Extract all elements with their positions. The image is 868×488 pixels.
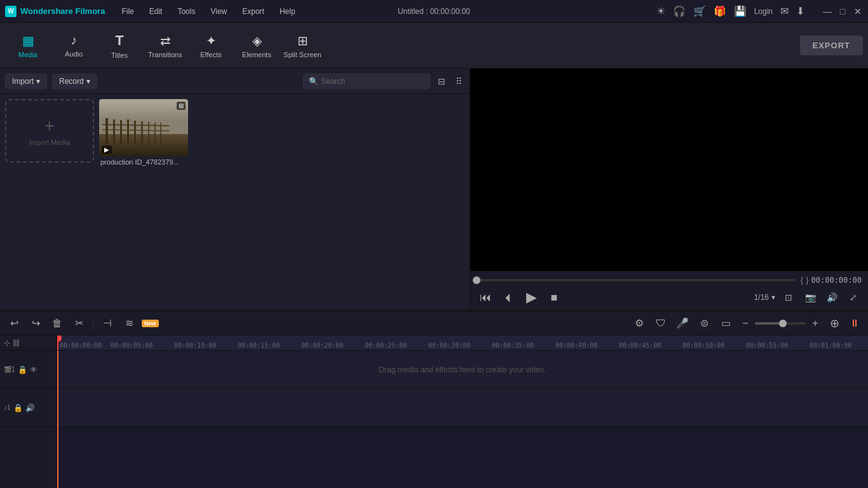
redo-button[interactable]: ↪ (27, 315, 44, 332)
audio-track (57, 389, 868, 427)
window-controls: — □ ✕ (822, 6, 863, 17)
video-track-label: 🎬1 🔒 👁 (0, 351, 57, 389)
toolbar-transitions[interactable]: ⇄ Transitions (142, 25, 188, 66)
ruler-playhead-head (57, 336, 62, 342)
fullscreen-preview-button[interactable]: ⊡ (780, 289, 797, 306)
menu-tools[interactable]: Tools (171, 4, 201, 18)
svg-rect-0 (99, 99, 188, 134)
zoom-out-button[interactable]: − (738, 316, 752, 330)
mail-icon[interactable]: ✉ (780, 5, 789, 17)
export-button[interactable]: EXPORT (800, 36, 863, 55)
frame-back-button[interactable]: ⏴ (499, 288, 517, 306)
time-bracket-end[interactable]: } (806, 275, 808, 285)
import-dropdown[interactable]: Import ▾ (5, 74, 47, 89)
ruler-mark-8: 00:00:40:00 (555, 342, 597, 349)
time-bracket-start[interactable]: { (801, 275, 803, 285)
sun-icon[interactable]: ☀ (656, 5, 665, 17)
cut-button[interactable]: ✂ (70, 315, 88, 332)
video-track-eye-icon[interactable]: 👁 (30, 365, 37, 374)
svg-rect-1 (99, 134, 188, 156)
login-button[interactable]: Login (754, 7, 773, 16)
ruler-mark-11: 00:00:55:00 (746, 342, 788, 349)
toolbar-effects-label: Effects (200, 51, 221, 58)
undo-button[interactable]: ↩ (5, 315, 23, 332)
toolbar-titles[interactable]: T Titles (97, 25, 142, 66)
zoom-thumb[interactable] (779, 320, 787, 327)
mic-icon[interactable]: 🎤 (674, 315, 691, 332)
screenshot-button[interactable]: 📷 (802, 289, 818, 306)
menu-export[interactable]: Export (236, 4, 271, 18)
snap-icon[interactable]: ⊹ (4, 339, 10, 348)
toolbar-split-screen[interactable]: ⊞ Split Screen (280, 25, 325, 66)
import-media-placeholder[interactable]: + Import Media (5, 99, 94, 163)
menu-edit[interactable]: Edit (143, 4, 169, 18)
video-track-number: 🎬1 (4, 366, 15, 373)
maximize-button[interactable]: □ (837, 6, 848, 17)
toolbar-separator (93, 317, 93, 330)
add-to-timeline-button[interactable]: ⊕ (826, 315, 843, 332)
search-box[interactable]: 🔍 (303, 74, 430, 89)
toolbar-media[interactable]: ▦ Media (5, 25, 51, 66)
control-row: ⏮ ⏴ ▶ ■ 1/16 ▾ ⊡ 📷 🔊 ⤢ (477, 288, 862, 306)
stop-button[interactable]: ■ (545, 288, 563, 306)
zoom-in-button[interactable]: + (808, 316, 822, 330)
save-icon[interactable]: 💾 (734, 5, 747, 17)
toolbar-effects[interactable]: ✦ Effects (188, 25, 234, 66)
headphone-icon[interactable]: 🎧 (673, 5, 686, 17)
play-button[interactable]: ▶ (522, 288, 540, 306)
zoom-slider[interactable] (755, 322, 806, 325)
timeline-toolbar: ↩ ↪ 🗑 ✂ ⊣ ≋ New ⚙ 🛡 🎤 ⊜ ▭ − + ⊕ ⏸ (0, 311, 868, 336)
audio-wave-button[interactable]: ≋ (120, 315, 138, 332)
video-thumb-bg (99, 99, 188, 156)
audio-track-controls: 🔒 🔊 (13, 403, 35, 412)
track-settings-icon[interactable]: ⚙ (630, 315, 648, 332)
filter-icon[interactable]: ⊟ (435, 75, 448, 88)
new-badge: New (142, 320, 159, 327)
toolbar-audio[interactable]: ♪ Audio (51, 25, 97, 66)
media-item[interactable]: ⊞ ▶ production ID_4782379... (99, 99, 188, 168)
mix-icon[interactable]: ⊜ (695, 315, 713, 332)
video-track-lock-icon[interactable]: 🔒 (18, 365, 27, 374)
close-button[interactable]: ✕ (853, 6, 863, 17)
audio-track-volume-icon[interactable]: 🔊 (25, 403, 35, 412)
pip-icon[interactable]: ▭ (717, 315, 735, 332)
shield-icon[interactable]: 🛡 (652, 315, 670, 332)
toolbar-media-label: Media (18, 51, 37, 58)
cart-icon[interactable]: 🛒 (693, 5, 706, 17)
titlebar: W Wondershare Filmora File Edit Tools Vi… (0, 0, 868, 23)
grid-view-icon[interactable]: ⠿ (453, 75, 465, 88)
link-icon[interactable]: ⛓ (13, 339, 20, 348)
menu-file[interactable]: File (115, 4, 140, 18)
volume-button[interactable]: 🔊 (824, 289, 840, 306)
import-chevron-icon: ▾ (36, 77, 40, 86)
track-labels: ⊹ ⛓ 🎬1 🔒 👁 ♪1 🔒 🔊 (0, 336, 57, 488)
fit-view-button[interactable]: ⤢ (845, 289, 862, 306)
playback-rate-selector[interactable]: 1/16 ▾ (754, 293, 775, 302)
menu-view[interactable]: View (204, 4, 233, 18)
progress-bar-container: { } 00:00:00:00 (477, 275, 862, 285)
progress-handle[interactable] (473, 276, 480, 284)
ruler-mark-12: 00:01:00:00 (810, 342, 851, 349)
menu-help[interactable]: Help (273, 4, 302, 18)
search-input[interactable] (321, 77, 424, 86)
step-back-button[interactable]: ⏮ (477, 288, 494, 306)
progress-bar[interactable] (477, 279, 796, 281)
app-name: Wondershare Filmora (20, 6, 105, 16)
ruler-mark-9: 00:00:45:00 (619, 342, 661, 349)
download-icon[interactable]: ⬇ (796, 5, 804, 17)
record-dropdown[interactable]: Record ▾ (52, 74, 97, 89)
timeline-pause-button[interactable]: ⏸ (846, 315, 863, 332)
app-logo-icon: W (5, 6, 17, 17)
svg-rect-3 (113, 119, 115, 144)
audio-track-lock-icon[interactable]: 🔒 (13, 403, 23, 412)
split-button[interactable]: ⊣ (98, 315, 116, 332)
gift-icon[interactable]: 🎁 (714, 5, 726, 17)
media-duration-indicator: ▶ (102, 146, 112, 154)
delete-button[interactable]: 🗑 (48, 315, 66, 332)
svg-rect-6 (134, 121, 136, 144)
ruler-mark-0: 00:00:00:00 (60, 342, 102, 349)
minimize-button[interactable]: — (822, 6, 832, 17)
main-content: Import ▾ Record ▾ 🔍 ⊟ ⠿ + Import Media (0, 69, 868, 310)
timeline-ruler: 00:00:00:00 00:00:05:00 00:00:10:00 00:0… (57, 336, 868, 351)
toolbar-elements[interactable]: ◈ Elements (234, 25, 280, 66)
